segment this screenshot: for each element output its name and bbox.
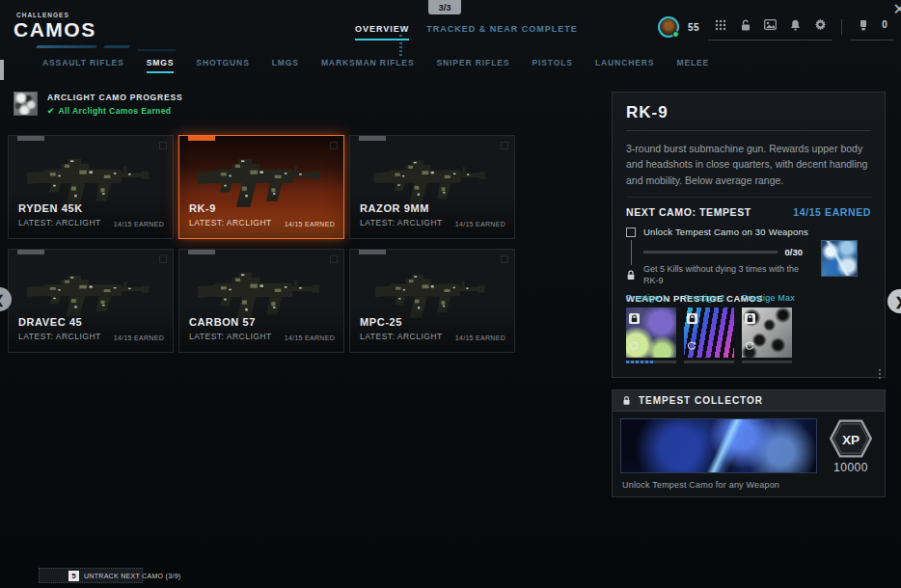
challenge-progress-count: 0/30 (785, 247, 804, 257)
camo-challenge: Unlock Tempest Camo on 30 Weapons 0/30 G… (626, 227, 871, 287)
social-group: 0 (851, 13, 893, 40)
weapon-card-carbon-57[interactable]: CARBON 57 LATEST: ARCLIGHT 14/15 EARNED (178, 249, 344, 353)
weapon-category-tabs: ASSAULT RIFLES SMGS SHOTGUNS LMGS MARKSM… (42, 58, 709, 73)
header-icon-group (708, 13, 833, 40)
weapon-name: CARBON 57 (189, 316, 256, 328)
collector-header: TEMPEST COLLECTOR (613, 390, 885, 412)
tab-launchers[interactable]: LAUNCHERS (595, 58, 654, 73)
edge-decoration (0, 60, 4, 80)
weapon-earned-count: 14/15 EARNED (285, 334, 335, 341)
challenge-requirement: Get 5 Kills without dying 3 times with t… (643, 263, 809, 287)
collector-body: XP 10000 (613, 412, 885, 478)
weapon-name: RAZOR 9MM (360, 202, 429, 214)
next-page-arrow[interactable]: ❯ (887, 289, 901, 313)
weapon-image (369, 148, 497, 209)
user-cluster: 55 (658, 13, 893, 40)
weapon-card-rk-9[interactable]: RK-9 LATEST: ARCLIGHT 14/15 EARNED (178, 135, 344, 239)
connector-line (631, 240, 632, 265)
weapon-card-mpc-25[interactable]: MPC-25 LATEST: ARCLIGHT 14/15 EARNED (349, 249, 515, 353)
weapon-earned-count: 14/15 EARNED (455, 334, 505, 341)
tab-pistols[interactable]: PISTOLS (532, 58, 573, 73)
weapon-latest-camo: LATEST: ARCLIGHT (189, 218, 272, 227)
scroll-hint-dots (879, 369, 881, 371)
tab-melee[interactable]: MELEE (676, 58, 709, 73)
camo-progress-title: ARCLIGHT CAMO PROGRESS (47, 93, 182, 102)
weapon-latest-camo: LATEST: ARCLIGHT (18, 218, 101, 227)
bell-icon[interactable] (789, 18, 802, 31)
player-level: 55 (688, 22, 699, 33)
weapon-name: RK-9 (189, 202, 216, 214)
prestige-1-progress-bar (626, 361, 676, 363)
avatar[interactable] (658, 16, 679, 38)
checkmark-icon: ✔ (47, 106, 55, 116)
tab-assault-rifles[interactable]: ASSAULT RIFLES (42, 58, 124, 73)
lock-badge-icon (745, 310, 755, 328)
card-corner-icon (501, 255, 508, 263)
tab-shotguns[interactable]: SHOTGUNS (196, 58, 249, 73)
tab-marksman-rifles[interactable]: MARKSMAN RIFLES (321, 58, 415, 73)
card-corner-icon (501, 142, 508, 149)
tracked-count-badge: 3/3 (428, 0, 461, 14)
tab-tracked-near-complete[interactable]: TRACKED & NEAR COMPLETE (426, 24, 578, 39)
track-challenge-checkbox[interactable] (626, 227, 636, 237)
tempest-camo-thumbnail (821, 240, 858, 277)
social-icon[interactable] (857, 18, 869, 31)
weapon-card-razor-9mm[interactable]: RAZOR 9MM LATEST: ARCLIGHT 14/15 EARNED (349, 135, 515, 239)
prestige-labels: Prestige 1 Prestige 2 Prestige Max (626, 293, 871, 304)
challenges-eyebrow: CHALLENGES (16, 12, 69, 18)
weapon-grid: RYDEN 45K LATEST: ARCLIGHT 14/15 EARNED … (8, 135, 515, 353)
tab-smgs[interactable]: SMGS (147, 58, 175, 73)
prestige-tiles (626, 307, 871, 363)
prestige-max-progress-bar (742, 361, 792, 363)
unlock-icon[interactable] (739, 18, 751, 31)
prestige-1-label: Prestige 1 (626, 293, 684, 304)
weapon-earned-count: 14/15 EARNED (285, 221, 335, 227)
tab-lmgs[interactable]: LMGS (272, 58, 299, 73)
detail-weapon-name: RK-9 (626, 103, 871, 131)
weapon-image (22, 146, 161, 211)
next-camo-label: NEXT CAMO: TEMPEST (626, 206, 751, 218)
card-tab-decoration (17, 250, 44, 254)
card-corner-icon (159, 255, 167, 263)
card-tab-decoration (188, 136, 215, 141)
top-nav: OVERVIEW TRACKED & NEAR COMPLETE (355, 24, 578, 40)
key-hint: 5 (68, 571, 79, 581)
weapon-image (370, 262, 496, 321)
svg-text:XP: XP (842, 433, 860, 447)
weapon-image (193, 146, 332, 211)
untrack-next-camo-button[interactable]: 5 UNTRACK NEXT CAMO (3/9) (39, 568, 143, 583)
challenge-progress-bar (643, 251, 778, 254)
card-tab-decoration (17, 136, 44, 141)
xp-badge-icon: XP (828, 418, 874, 459)
arclight-camo-thumbnail (14, 92, 38, 116)
close-icon[interactable]: ✕ (893, 0, 901, 18)
replay-icon (745, 337, 754, 355)
gallery-icon[interactable] (764, 18, 777, 31)
online-status-dot (672, 31, 679, 38)
weapon-earned-count: 14/15 EARNED (114, 221, 164, 227)
untrack-label: UNTRACK NEXT CAMO (3/9) (84, 573, 181, 579)
camo-progress-status-text: All Arclight Camos Earned (59, 106, 172, 116)
weapon-latest-camo: LATEST: ARCLIGHT (189, 332, 272, 341)
weapon-earned-count: 14/15 EARNED (114, 334, 164, 341)
lock-icon (622, 395, 631, 406)
card-tab-decoration (359, 250, 386, 254)
weapon-card-dravec-45[interactable]: DRAVEC 45 LATEST: ARCLIGHT 14/15 EARNED (8, 249, 174, 353)
prestige-2-camo-tile[interactable] (684, 307, 734, 358)
next-camo-row: NEXT CAMO: TEMPEST 14/15 EARNED (626, 206, 871, 218)
apps-grid-icon[interactable] (714, 18, 726, 31)
prestige-1-camo-tile[interactable] (626, 307, 676, 358)
weapon-description: 3-round burst submachine gun. Rewards up… (626, 141, 871, 198)
camos-screen: CHALLENGES CAMOS 3/3 OVERVIEW TRACKED & … (0, 0, 901, 588)
tempest-artwork (620, 418, 817, 473)
weapon-detail-panel: RK-9 3-round burst submachine gun. Rewar… (612, 92, 886, 378)
tempest-collector-panel[interactable]: TEMPEST COLLECTOR XP 10000 Unlock Tempes… (612, 389, 886, 497)
tab-sniper-rifles[interactable]: SNIPER RIFLES (436, 58, 509, 73)
weapon-card-ryden-45k[interactable]: RYDEN 45K LATEST: ARCLIGHT 14/15 EARNED (8, 135, 174, 239)
earned-count-label: 14/15 EARNED (793, 206, 871, 218)
gear-icon[interactable] (814, 18, 827, 31)
tab-overview[interactable]: OVERVIEW (355, 24, 409, 40)
challenge-progress-row: 0/30 (643, 247, 803, 257)
lock-icon (626, 267, 636, 284)
prestige-max-camo-tile[interactable] (742, 307, 792, 358)
